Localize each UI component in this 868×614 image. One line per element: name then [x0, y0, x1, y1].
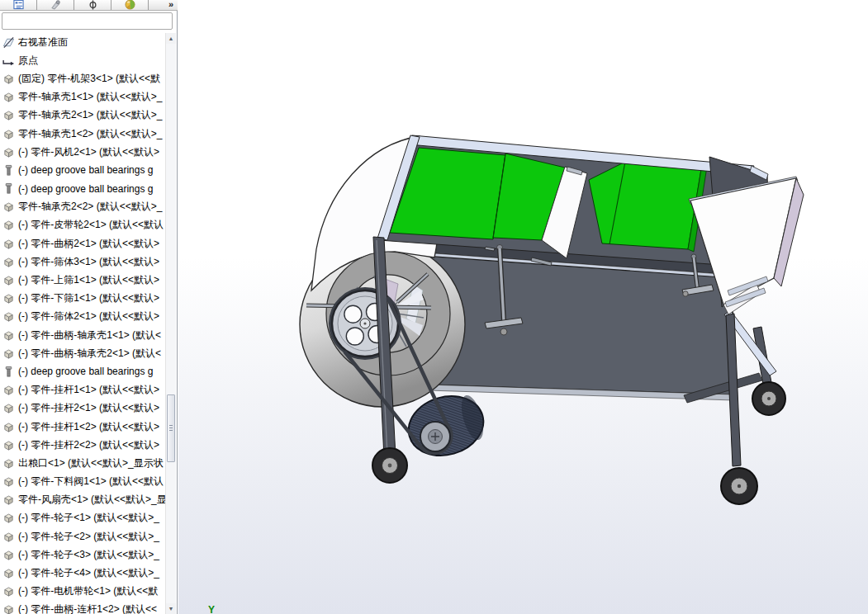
tree-item[interactable]: (-) 零件-轮子<4> (默认<<默认>_	[0, 564, 167, 582]
tree-item[interactable]: 零件-轴承壳1<1> (默认<<默认>_	[0, 88, 167, 106]
part-icon	[2, 475, 15, 488]
motor-pulley[interactable]	[420, 422, 450, 451]
part-icon	[2, 439, 15, 451]
tree-item[interactable]: 零件-轴承壳2<1> (默认<<默认>_	[0, 106, 167, 125]
displaymanager-tab[interactable]	[111, 0, 149, 10]
part-icon	[2, 549, 15, 561]
tree-item[interactable]: 右视基准面	[0, 33, 167, 51]
dimxpertmanager-tab[interactable]	[74, 0, 111, 10]
scroll-up-arrow[interactable]: ▲	[166, 33, 176, 44]
tree-item[interactable]: (-) 零件-轮子<2> (默认<<默认>_	[0, 527, 167, 546]
tree-item[interactable]: (-) 零件-曲柄-轴承壳2<1> (默认<	[0, 344, 167, 362]
tree-item-label: (-) 零件-挂杆1<1> (默认<<默认>	[18, 383, 159, 397]
featuremanager-tab[interactable]	[0, 0, 37, 10]
tree-item-label: (-) 零件-曲柄2<1> (默认<<默认>	[18, 237, 159, 251]
assembly-model[interactable]: Y	[178, 0, 868, 614]
tree-item-label: 零件-轴承壳1<1> (默认<<默认>_	[18, 90, 162, 104]
tree-item[interactable]: (-) 零件-下料阀1<1> (默认<<默认	[0, 473, 167, 491]
tree-item[interactable]: 零件-轴承壳2<2> (默认<<默认>_	[0, 198, 167, 216]
panel-header-box	[2, 12, 173, 30]
tree-scrollbar[interactable]: ▲ ▼	[165, 33, 176, 614]
part-icon	[2, 310, 15, 323]
tree-item-label: 零件-风扇壳<1> (默认<<默认>_显	[18, 493, 167, 507]
tree-item[interactable]: (-) 零件-曲柄-轴承壳1<1> (默认<	[0, 326, 167, 344]
tree-item-label: (-) 零件-轮子<2> (默认<<默认>_	[18, 530, 159, 544]
tree-item-label: (-) 零件-皮带轮2<1> (默认<<默认	[18, 218, 164, 232]
tree-item-label: (-) 零件-风机2<1> (默认<<默认>	[18, 145, 159, 159]
tree-item[interactable]: (-) 零件-筛体3<1> (默认<<默认>	[0, 253, 167, 271]
featuremanager-panel: » 右视基准面原点(固定) 零件-机架3<1> (默认<<默零件-轴承壳1<1>…	[0, 0, 178, 614]
part-icon	[2, 128, 15, 140]
tree-item-label: 零件-轴承壳2<1> (默认<<默认>_	[18, 108, 162, 122]
part-icon	[2, 238, 15, 250]
tree-item-label: (-) 零件-轮子<3> (默认<<默认>_	[18, 548, 159, 562]
tree-item[interactable]: (固定) 零件-机架3<1> (默认<<默	[0, 69, 167, 87]
property-icon	[50, 0, 61, 10]
part-icon	[2, 603, 15, 614]
scroll-down-arrow[interactable]: ▼	[166, 603, 176, 614]
origin-icon	[2, 54, 15, 67]
tree-item[interactable]: (-) 零件-轮子<1> (默认<<默认>_	[0, 509, 167, 527]
tree-item-label: (-) 零件-电机带轮<1> (默认<<默	[18, 584, 158, 598]
panel-expand-chevron[interactable]: »	[168, 0, 178, 10]
tree-item-label: (-) 零件-轮子<1> (默认<<默认>_	[18, 511, 159, 525]
tree-item[interactable]: (-) 零件-挂杆2<1> (默认<<默认>	[0, 399, 167, 418]
graphics-viewport[interactable]: Y	[178, 0, 868, 614]
tree-item[interactable]: (-) 零件-皮带轮2<1> (默认<<默认	[0, 216, 167, 234]
triad-y-axis-label: Y	[208, 604, 215, 614]
tree-item-label: (-) deep groove ball bearings g	[18, 183, 153, 195]
tree-item[interactable]: (-) 零件-曲柄-连杆1<2> (默认<<	[0, 601, 167, 614]
plane-icon	[2, 36, 15, 49]
tree-item-label: (-) 零件-挂杆2<2> (默认<<默认>	[18, 438, 159, 452]
tree-item[interactable]: (-) deep groove ball bearings g	[0, 362, 167, 380]
tree-item-label: 出粮口<1> (默认<<默认>_显示状	[18, 456, 164, 470]
tree-item-label: (-) deep groove ball bearings g	[18, 366, 153, 377]
bearing-icon	[2, 164, 15, 177]
tree-item-label: (-) 零件-曲柄-连杆1<2> (默认<<	[18, 602, 157, 614]
part-icon	[2, 585, 15, 597]
tree-item[interactable]: 零件-风扇壳<1> (默认<<默认>_显	[0, 491, 167, 509]
tree-item[interactable]: (-) 零件-挂杆2<2> (默认<<默认>	[0, 436, 167, 454]
scrollbar-grip	[169, 425, 173, 432]
tree-item[interactable]: (-) deep groove ball bearings g	[0, 161, 167, 179]
scrollbar-thumb[interactable]	[167, 394, 175, 462]
tree-item[interactable]: (-) 零件-轮子<3> (默认<<默认>_	[0, 546, 167, 564]
bearing-icon	[2, 182, 15, 195]
propertymanager-tab[interactable]	[37, 0, 74, 10]
tree-item[interactable]: (-) 零件-风机2<1> (默认<<默认>	[0, 143, 167, 161]
tree-item-label: 原点	[18, 54, 38, 68]
tree-item-label: 零件-轴承壳1<2> (默认<<默认>_	[18, 127, 162, 141]
tree-item-label: (-) 零件-曲柄-轴承壳2<1> (默认<	[18, 347, 161, 361]
part-icon	[2, 402, 15, 414]
tree-item[interactable]: 零件-轴承壳1<2> (默认<<默认>_	[0, 125, 167, 143]
part-icon	[2, 292, 15, 305]
tree-item-label: (-) 零件-曲柄-轴承壳1<1> (默认<	[18, 328, 161, 342]
part-icon	[2, 256, 15, 268]
part-icon	[2, 494, 15, 506]
tree-item[interactable]: (-) 零件-下筛1<1> (默认<<默认>	[0, 290, 167, 308]
tree-item-label: (-) 零件-下筛1<1> (默认<<默认>	[18, 291, 159, 305]
tree-item[interactable]: (-) 零件-电机带轮<1> (默认<<默	[0, 583, 167, 601]
part-icon	[2, 329, 15, 342]
tree-item[interactable]: (-) 零件-挂杆1<2> (默认<<默认>	[0, 418, 167, 436]
tree-item-label: (-) 零件-挂杆2<1> (默认<<默认>	[18, 401, 159, 415]
tree-item[interactable]: (-) 零件-挂杆1<1> (默认<<默认>	[0, 381, 167, 399]
solidworks-window: » 右视基准面原点(固定) 零件-机架3<1> (默认<<默零件-轴承壳1<1>…	[0, 0, 868, 614]
part-icon	[2, 201, 15, 213]
tree-item[interactable]: 出粮口<1> (默认<<默认>_显示状	[0, 454, 167, 472]
tree-item-label: (-) deep groove ball bearings g	[18, 164, 153, 176]
tree-item[interactable]: (-) 零件-筛体2<1> (默认<<默认>	[0, 308, 167, 326]
dimxpert-icon	[88, 0, 98, 10]
tree-item[interactable]: (-) 零件-曲柄2<1> (默认<<默认>	[0, 234, 167, 253]
tree-item[interactable]: 原点	[0, 51, 167, 69]
tree-item-label: 右视基准面	[18, 35, 68, 50]
part-icon	[2, 384, 15, 396]
tree-item[interactable]: (-) deep groove ball bearings g	[0, 180, 167, 198]
tree-icon	[13, 0, 24, 10]
part-icon	[2, 91, 15, 103]
tree-item[interactable]: (-) 零件-上筛1<1> (默认<<默认>	[0, 271, 167, 289]
tree-item-label: (-) 零件-轮子<4> (默认<<默认>_	[18, 566, 159, 580]
part-icon	[2, 421, 15, 433]
front-left-wheel[interactable]	[372, 448, 407, 483]
bearing-icon	[2, 366, 15, 378]
